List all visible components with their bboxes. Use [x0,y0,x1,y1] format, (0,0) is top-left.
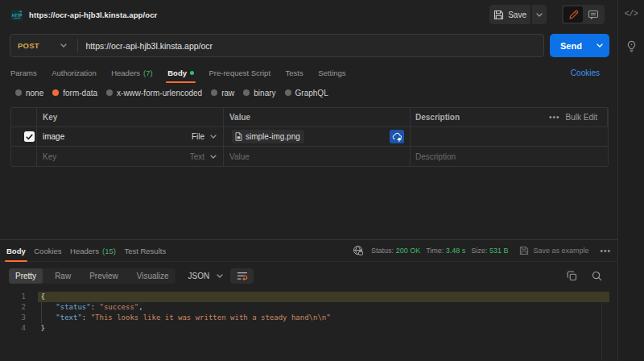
save-as-example-button[interactable]: Save as example [519,246,588,255]
cookies-link[interactable]: Cookies [571,68,600,77]
row-checkbox-cell [11,127,37,146]
request-tabs: Params Authorization Headers(7) Body Pre… [0,63,617,83]
edit-pencil-button[interactable] [564,6,583,23]
key-placeholder: Key [43,152,56,161]
tab-body[interactable]: Body [167,63,194,83]
language-dropdown[interactable]: JSON [188,272,224,280]
radio-disc [243,89,250,96]
tab-test-results[interactable]: Test Results [124,240,166,262]
format-raw[interactable]: Raw [48,268,77,284]
format-label: Preview [89,272,118,280]
type-dropdown-file[interactable]: File [192,132,217,141]
tab-label: Pre-request Script [208,68,270,77]
type-label: Text [190,152,204,161]
format-pretty[interactable]: Pretty [9,268,43,284]
floppy-icon [493,10,504,20]
radio-form-data[interactable]: form-data [52,89,97,98]
tab-settings[interactable]: Settings [318,63,345,83]
save-button[interactable]: Save [489,5,532,24]
url-input[interactable]: https://ocr-api-hjb3l.kinsta.app/ocr [86,41,213,51]
body-type-selector: none form-data x-www-form-urlencoded raw… [0,83,617,102]
radio-label: x-www-form-urlencoded [117,89,202,98]
request-header: HTTP https://ocr-api-hjb3l.kinsta.app/oc… [0,0,617,29]
size-label: Size: [471,247,487,255]
key-cell-empty[interactable]: Key Text [37,147,224,166]
tab-label: Authorization [52,68,96,77]
radio-none[interactable]: none [15,89,43,98]
json-punct: , [138,303,142,311]
divider [77,39,78,52]
radio-label: form-data [63,89,97,98]
value-cell-empty[interactable]: Value [224,147,411,166]
tab-response-headers[interactable]: Headers(15) [70,240,116,262]
radio-label: GraphQL [295,89,328,98]
type-dropdown-text[interactable]: Text [190,152,217,161]
method-selector[interactable]: POST [10,41,67,50]
time-badge: Time: 3.48 s [426,247,465,255]
json-brace: { [26,292,45,302]
send-options-caret[interactable] [597,44,603,48]
send-label: Send [560,41,582,51]
value-cell[interactable]: simple-img.png [224,127,411,146]
code-snippet-icon[interactable]: </> [618,2,644,26]
description-cell[interactable] [411,127,608,146]
radio-disc [285,89,291,96]
row-checkbox[interactable] [24,131,35,142]
method-caret-icon [60,44,67,48]
radio-graphql[interactable]: GraphQL [285,89,328,98]
wrap-lines-button[interactable] [230,268,254,284]
network-icon[interactable] [353,245,364,256]
tab-headers[interactable]: Headers(7) [111,63,153,83]
code-line-4: 4 } [0,323,617,334]
radio-disc [15,89,22,96]
svg-text:HTTP: HTTP [12,13,23,18]
tab-response-cookies[interactable]: Cookies [34,240,61,262]
type-caret-icon [210,155,217,159]
radio-raw[interactable]: raw [211,89,234,98]
size-badge: Size: 531 B [471,247,508,255]
modified-dot [190,71,194,75]
upload-file-button[interactable] [390,130,404,143]
tab-label: Cookies [34,247,61,255]
tab-label: Headers [111,68,140,77]
key-cell[interactable]: image File [37,127,224,146]
bulk-edit-link[interactable]: Bulk Edit [566,113,597,122]
header-actions: Save [489,5,617,24]
tab-response-body[interactable]: Body [6,240,26,262]
radio-binary[interactable]: binary [243,89,275,98]
response-header: Body Cookies Headers(15) Test Results St… [0,240,617,262]
lightbulb-icon[interactable] [618,34,644,58]
indent-guide [41,301,42,323]
json-punct: : [91,303,100,311]
format-visualize[interactable]: Visualize [130,268,175,284]
file-chip[interactable]: simple-img.png [232,130,304,143]
response-more-icon[interactable]: ••• [600,247,611,255]
description-cell-empty[interactable]: Description [411,147,608,166]
format-preview[interactable]: Preview [83,268,125,284]
comments-button[interactable] [584,6,603,23]
table-more-icon[interactable]: ••• [549,113,560,122]
response-toolbar: Pretty Raw Preview Visualize JSON [0,263,617,288]
tab-tests[interactable]: Tests [286,63,303,83]
language-label: JSON [188,272,210,280]
tab-label: Body [6,247,26,255]
response-body-json[interactable]: 1 { 2 "status": "success", 3 "text": "Th… [0,288,617,361]
copy-icon[interactable] [567,271,577,281]
save-options-caret[interactable] [532,5,547,24]
tab-params[interactable]: Params [10,63,37,83]
value-placeholder: Value [229,152,250,161]
main-pane: HTTP https://ocr-api-hjb3l.kinsta.app/oc… [0,0,617,361]
headers-count-badge: (15) [102,247,116,255]
code-line-1: 1 { [0,292,617,302]
json-key: "status" [56,303,90,311]
status-value: 200 OK [396,247,421,255]
send-button[interactable]: Send [550,34,609,57]
radio-disc [211,89,217,96]
tab-authorization[interactable]: Authorization [52,63,96,83]
floppy-icon-dim [519,246,529,255]
search-icon[interactable] [592,271,602,281]
save-label: Save [508,10,526,19]
row-checkbox-cell [11,147,37,166]
radio-x-www-form-urlencoded[interactable]: x-www-form-urlencoded [106,89,202,98]
tab-pre-request-script[interactable]: Pre-request Script [208,63,270,83]
